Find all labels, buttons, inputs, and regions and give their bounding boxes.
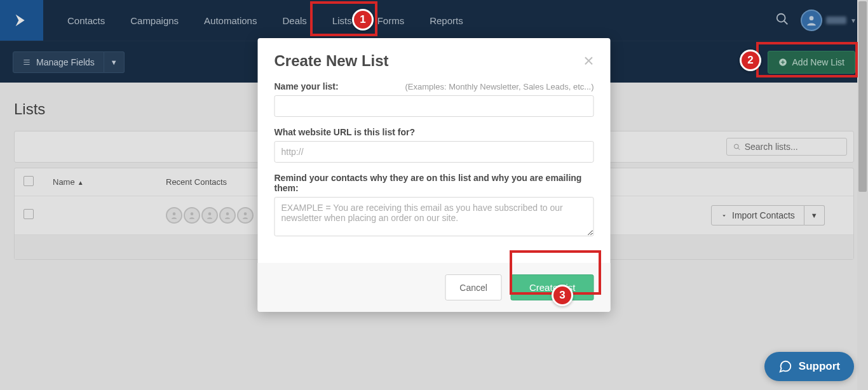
cancel-button[interactable]: Cancel xyxy=(445,274,502,300)
remind-label: Remind your contacts why they are on thi… xyxy=(275,173,594,193)
list-name-input[interactable] xyxy=(275,95,594,117)
name-hint: (Examples: Monthly Newsletter, Sales Lea… xyxy=(405,82,594,91)
support-chat-button[interactable]: Support xyxy=(764,352,854,381)
remind-textarea[interactable] xyxy=(275,197,594,236)
list-url-input[interactable] xyxy=(275,141,594,163)
url-label: What website URL is this list for? xyxy=(275,127,415,137)
create-list-modal: Create New List × Name your list: (Examp… xyxy=(258,38,611,312)
annotation-badge-2: 2 xyxy=(740,50,761,71)
support-label: Support xyxy=(799,360,840,373)
modal-title: Create New List xyxy=(275,52,389,70)
chat-icon xyxy=(778,360,792,373)
name-label: Name your list: xyxy=(275,81,339,91)
modal-header: Create New List × xyxy=(258,38,611,75)
close-icon[interactable]: × xyxy=(583,52,593,70)
modal-body: Name your list: (Examples: Monthly Newsl… xyxy=(258,75,611,263)
annotation-badge-3: 3 xyxy=(552,285,573,306)
annotation-badge-1: 1 xyxy=(352,9,374,30)
